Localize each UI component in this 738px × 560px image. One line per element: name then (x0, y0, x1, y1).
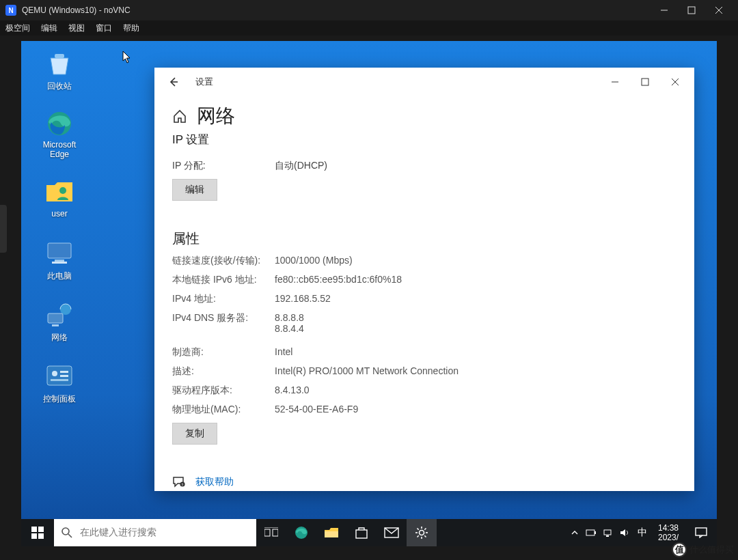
folder-user-icon (45, 178, 74, 206)
notification-icon (695, 527, 707, 538)
vnc-menu-item[interactable]: 帮助 (123, 23, 139, 34)
page-title: 网络 (197, 103, 235, 129)
desktop-icon-edge[interactable]: Microsoft Edge (33, 109, 85, 160)
settings-titlebar[interactable]: 设置 (154, 68, 694, 96)
vnc-menu-item[interactable]: 编辑 (41, 23, 57, 34)
taskbar-app-settings[interactable] (407, 519, 437, 546)
edit-button[interactable]: 编辑 (172, 179, 217, 201)
settings-close-button[interactable] (660, 71, 690, 93)
desktop-icon-label: Microsoft Edge (33, 141, 85, 160)
prop-label: IPv4 地址: (172, 293, 275, 305)
ip-assignment-label: IP 分配: (172, 160, 275, 172)
search-placeholder: 在此键入进行搜索 (80, 527, 156, 539)
vnc-window-title: QEMU (Windows10) - noVNC (22, 5, 131, 15)
task-view-icon (264, 527, 278, 538)
settings-window: 设置 网络 IP 设置 IP 分配: 自动(DHCP) 编辑 属性 链接速度(接… (154, 68, 694, 491)
prop-value: Intel (275, 346, 292, 359)
vnc-menu-item[interactable]: 极空间 (5, 23, 30, 34)
svg-rect-27 (31, 533, 37, 539)
svg-rect-36 (356, 530, 367, 538)
desktop-icon-user-folder[interactable]: user (33, 178, 85, 219)
settings-minimize-button[interactable] (600, 71, 630, 93)
tray-overflow-icon[interactable] (571, 529, 579, 537)
svg-rect-1 (688, 7, 695, 14)
prop-label: 描述: (172, 365, 275, 378)
system-tray[interactable]: 中 (564, 527, 654, 539)
taskbar-app-edge[interactable] (286, 519, 316, 546)
svg-rect-47 (586, 530, 594, 535)
battery-icon (586, 528, 597, 537)
computer-icon (45, 239, 74, 268)
desktop-icon-label: 此电脑 (33, 270, 85, 282)
prop-value: 52-54-00-EE-A6-F9 (275, 404, 358, 416)
folder-icon (324, 527, 339, 539)
recycle-bin-icon (45, 49, 74, 78)
windows-logo-icon (31, 527, 44, 539)
copy-button[interactable]: 复制 (172, 423, 217, 445)
windows-desktop[interactable]: 回收站 Microsoft Edge user 此电脑 网络 控制面板 (21, 41, 717, 546)
svg-rect-48 (594, 531, 596, 534)
help-chat-icon: ? (172, 476, 186, 488)
task-view-button[interactable] (256, 519, 286, 546)
taskbar-app-store[interactable] (346, 519, 377, 546)
prop-label: 驱动程序版本: (172, 384, 275, 397)
taskbar-app-explorer[interactable] (316, 519, 346, 546)
settings-maximize-button[interactable] (630, 71, 660, 93)
properties-heading: 属性 (172, 229, 676, 248)
desktop-icon-this-pc[interactable]: 此电脑 (33, 239, 85, 282)
ime-indicator[interactable]: 中 (638, 527, 647, 539)
home-icon[interactable] (172, 109, 187, 124)
desktop-icon-network[interactable]: 网络 (33, 300, 85, 344)
svg-line-30 (68, 534, 72, 537)
desktop-icon-label: 网络 (33, 332, 85, 344)
prop-value: Intel(R) PRO/1000 MT Network Connection (275, 365, 459, 378)
gear-icon (415, 526, 428, 540)
vnc-menu-item[interactable]: 视图 (68, 23, 85, 34)
prop-label: 本地链接 IPv6 地址: (172, 274, 275, 286)
svg-rect-35 (325, 531, 338, 537)
get-help-link[interactable]: 获取帮助 (195, 476, 234, 488)
svg-rect-25 (31, 527, 37, 532)
svg-rect-28 (38, 533, 44, 539)
taskbar-clock[interactable]: 14:38 2023/ (654, 523, 685, 543)
prop-value: 1000/1000 (Mbps) (275, 255, 353, 267)
taskbar-search[interactable]: 在此键入进行搜索 (54, 519, 256, 546)
taskbar-app-mail[interactable] (377, 519, 407, 546)
desktop-icon-recycle-bin[interactable]: 回收站 (33, 49, 85, 92)
vnc-close-button[interactable] (705, 0, 733, 20)
svg-text:?: ? (182, 483, 184, 487)
svg-line-45 (424, 529, 426, 530)
svg-rect-32 (273, 529, 278, 536)
ip-settings-heading: IP 设置 (172, 132, 676, 148)
vnc-menubar: 极空间 编辑 视图 窗口 帮助 (0, 20, 738, 36)
desktop-icon-label: user (33, 209, 85, 219)
svg-rect-7 (48, 243, 71, 258)
back-button[interactable] (164, 72, 183, 92)
svg-line-44 (424, 535, 426, 537)
desktop-icon-control-panel[interactable]: 控制面板 (33, 362, 85, 405)
prop-label: 物理地址(MAC): (172, 404, 275, 416)
vnc-menu-item[interactable]: 窗口 (96, 23, 112, 34)
desktop-icon-label: 回收站 (33, 81, 85, 92)
novnc-side-handle[interactable] (0, 205, 7, 253)
smzdm-watermark: 值 什么值得买 (672, 542, 734, 557)
mail-icon (384, 527, 399, 538)
vnc-maximize-button[interactable] (678, 0, 705, 20)
edge-icon (294, 525, 309, 540)
smzdm-badge-icon: 值 (672, 542, 687, 557)
svg-rect-16 (60, 375, 68, 377)
svg-rect-8 (55, 260, 64, 262)
svg-rect-51 (696, 528, 707, 535)
volume-icon (620, 528, 631, 537)
start-button[interactable] (21, 519, 54, 546)
svg-point-14 (52, 371, 57, 376)
taskbar: 在此键入进行搜索 中 14:38 2023/ (21, 519, 717, 546)
vnc-minimize-button[interactable] (651, 0, 678, 20)
prop-value: fe80::cb65:ee95:bd1c:6f0%18 (275, 274, 402, 286)
prop-label: IPv4 DNS 服务器: (172, 312, 275, 334)
mouse-cursor-icon (122, 51, 132, 64)
svg-rect-12 (52, 324, 59, 326)
svg-rect-49 (604, 530, 611, 535)
svg-point-38 (420, 531, 424, 535)
svg-point-29 (62, 528, 69, 535)
